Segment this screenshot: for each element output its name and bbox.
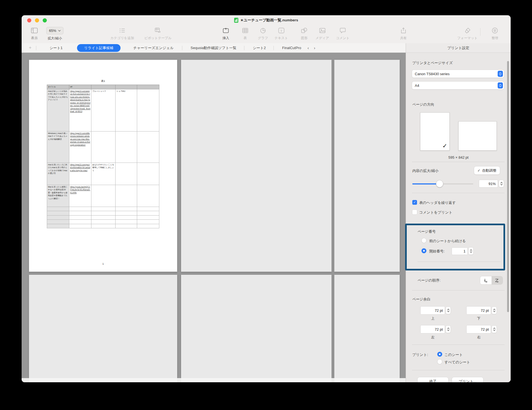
start-number-field[interactable]: 1 (452, 248, 467, 255)
margin-right-label: 右 (477, 335, 481, 340)
comment-bubble-icon (340, 27, 346, 34)
sidebar-view-icon (31, 27, 38, 34)
continue-from-previous-radio[interactable] (421, 238, 426, 243)
order-z-icon (495, 279, 499, 282)
stepper-down-icon (470, 251, 472, 253)
continue-from-previous-label: 前のシートから続ける (429, 239, 466, 244)
repeat-headers-checkbox[interactable]: ✓ (412, 200, 417, 205)
toolbar-divider (480, 28, 480, 36)
sheet-tab-bar: + シート1 リライト記事候補 チャーリーズエンジェル Sequoia動作確認ソ… (22, 43, 406, 53)
margin-top-field[interactable]: 72 pt (421, 307, 445, 314)
table-row: Windowsとmacの違いmacライフのあんちゃん13が徹底解説 https:… (47, 131, 159, 163)
preview-page-2[interactable] (181, 60, 332, 272)
insert-button[interactable]: 挿入 (222, 27, 229, 41)
done-button[interactable]: 終了 (418, 377, 448, 382)
preview-table: タイトル url macが欲しいとお悩みの方に向けてmacライフのあんちゃん13… (47, 85, 159, 228)
repeat-headers-label: 表のヘッダを繰り返す (419, 200, 456, 205)
print-setup-header: プリント設定 (406, 43, 511, 53)
select-chevrons-icon (498, 71, 503, 77)
scale-slider-fill (412, 183, 439, 184)
tabs-scroll-right[interactable]: › (311, 45, 318, 50)
orientation-label: ページの方向 (412, 102, 434, 107)
chart-button: グラフ (258, 27, 268, 41)
scale-value-field[interactable]: 91% (479, 180, 498, 187)
zoom-control[interactable]: 65% 拡大/縮小 (46, 27, 63, 41)
chevron-down-icon (58, 30, 61, 32)
numbers-doc-icon (234, 18, 238, 23)
numbers-window: ★ユーチューブ動画一覧.numbers 表示 65% 拡大/縮小 カテゴリを追加 (22, 15, 511, 382)
print-comments-checkbox[interactable] (412, 210, 417, 214)
pivot-table-button: ピボットテーブル (144, 27, 172, 41)
view-button[interactable]: 表示 (31, 27, 38, 41)
preview-page-3[interactable] (334, 60, 400, 272)
tab-finalcutpro[interactable]: FinalCutPro (278, 45, 305, 51)
order-down-icon (484, 279, 488, 282)
margin-bottom-label: 下 (477, 316, 481, 321)
margin-right-field[interactable]: 72 pt (467, 325, 491, 333)
table-button: 表 (242, 27, 248, 41)
text-box-icon: T (278, 27, 284, 34)
stepper-up-icon (470, 249, 472, 251)
canvas-bottom-scroll-area[interactable] (22, 378, 406, 382)
margin-right-stepper[interactable] (492, 326, 497, 333)
paper-size-select[interactable]: A4 (412, 82, 504, 89)
margin-bottom-field[interactable]: 72 pt (467, 307, 491, 314)
paper-dimensions: 595 × 842 pt (420, 155, 497, 160)
table-row-empty (47, 211, 159, 215)
margin-top-label: 上 (431, 316, 435, 321)
start-number-stepper[interactable] (469, 247, 473, 255)
tab-sheet1[interactable]: シート1 (46, 44, 66, 52)
margin-left-field[interactable]: 72 pt (421, 325, 445, 333)
printer-select[interactable]: Canon TS8430 series (412, 70, 504, 78)
media-photo-icon (319, 27, 325, 34)
cell-link: https://youtu.be/dgQC1FXbuJk?si=EL4fQroy… (70, 186, 90, 194)
page-order-vertical-button[interactable] (480, 276, 492, 284)
cell-link: https://gga13.com/differences-between-wi… (70, 132, 90, 146)
tab-sheet2[interactable]: シート2 (249, 44, 270, 52)
start-number-radio[interactable] (421, 248, 426, 253)
checkmark-icon: ✓ (442, 143, 447, 149)
page-order-horizontal-button[interactable] (492, 276, 503, 284)
orientation-landscape-option[interactable] (458, 121, 497, 151)
margin-left-stepper[interactable] (446, 326, 451, 333)
print-comments-label: コメントをプリント (419, 210, 452, 215)
table-row: Macを買ったら最初にやるべき基本設定20選！超基本操作から便利設定や新機能まで… (47, 185, 159, 207)
margin-top-stepper[interactable] (446, 307, 451, 314)
preview-page-6[interactable] (334, 275, 400, 382)
print-preview-canvas: 表1 タイトル url macが欲しいとお悩みの方に向けてmacライフのあんちゃ… (22, 53, 406, 382)
preview-page-5[interactable] (181, 275, 332, 382)
tab-charlies-angels[interactable]: チャーリーズエンジェル (129, 44, 178, 52)
media-button: メディア (315, 27, 329, 41)
zoom-dropdown[interactable]: 65% (46, 27, 63, 34)
auto-adjust-button[interactable]: ✓ 自動調整 (474, 166, 500, 174)
margins-section-label: ページ余白 (412, 297, 431, 302)
table-row: macを買いたい人に向けたmacを買う時のとっておきの情報でmacの選び方 ht… (47, 163, 159, 185)
preview-page-4[interactable] (29, 275, 177, 382)
orientation-portrait-option[interactable]: ✓ (420, 112, 450, 151)
table-icon (242, 27, 248, 34)
share-button: 共有 (400, 27, 407, 41)
this-sheet-radio[interactable] (437, 352, 442, 357)
sidebar-scrollbar[interactable] (507, 61, 509, 312)
scale-stepper[interactable] (499, 180, 504, 187)
table-row: macが欲しいとお悩みの方に向けてmacライフのあんちゃん13からアドバイス h… (47, 89, 159, 131)
page-order-segmented-control (480, 276, 503, 284)
table-row-empty (47, 215, 159, 219)
start-number-label: 開始番号: (429, 249, 445, 254)
tab-rewrite-candidates[interactable]: リライト記事候補 (77, 44, 121, 52)
print-target-label: プリント: (412, 352, 428, 357)
print-button[interactable]: プリント... (452, 377, 483, 382)
scale-slider-thumb[interactable] (436, 180, 443, 187)
all-sheets-radio[interactable] (437, 359, 442, 364)
category-list-icon (119, 27, 125, 34)
tabs-scroll-left[interactable]: ‹ (305, 45, 311, 50)
format-button: フォーマット (457, 27, 477, 41)
add-category-button: カテゴリを追加 (110, 27, 134, 41)
select-chevrons-icon (498, 82, 503, 88)
add-sheet-button[interactable]: + (22, 45, 35, 51)
organize-icon (492, 27, 498, 34)
preview-page-1[interactable]: 表1 タイトル url macが欲しいとお悩みの方に向けてmacライフのあんちゃ… (29, 60, 177, 272)
cell-link: https://gga13.com/pecial-information-for… (70, 164, 90, 171)
tab-sequoia-list[interactable]: Sequoia動作確認ソフト一覧 (187, 44, 241, 52)
margin-bottom-stepper[interactable] (492, 307, 497, 314)
